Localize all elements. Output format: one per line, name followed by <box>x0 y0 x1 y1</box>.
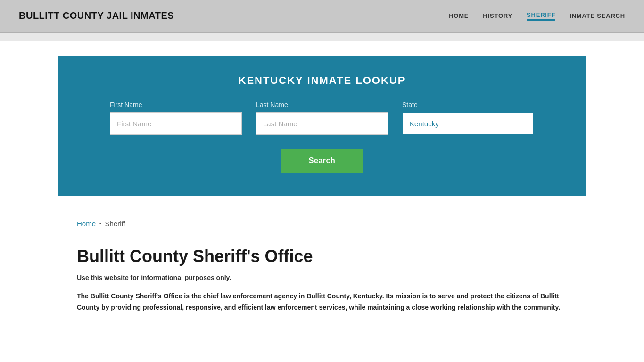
last-name-group: Last Name <box>256 101 388 135</box>
search-section-title: KENTUCKY INMATE LOOKUP <box>86 74 558 87</box>
nav-item-inmate-search[interactable]: INMATE SEARCH <box>570 12 625 19</box>
breadcrumb-separator: • <box>99 221 101 226</box>
nav-item-sheriff[interactable]: SHERIFF <box>527 11 555 21</box>
first-name-input[interactable] <box>110 112 242 135</box>
breadcrumb-home-link[interactable]: Home <box>77 220 96 228</box>
nav-item-home[interactable]: HOME <box>449 12 469 19</box>
last-name-input[interactable] <box>256 112 388 135</box>
nav-item-history[interactable]: HISTORY <box>483 12 512 19</box>
search-fields-row: First Name Last Name State <box>86 101 558 135</box>
first-name-group: First Name <box>110 101 242 135</box>
sub-header-bar <box>0 33 644 41</box>
search-button-row: Search <box>86 149 558 173</box>
site-header: BULLITT COUNTY JAIL INMATES HOME HISTORY… <box>0 0 644 33</box>
content-description: The Bullitt County Sheriff's Office is t… <box>77 291 567 313</box>
breadcrumb-current: Sheriff <box>105 220 125 228</box>
state-label: State <box>402 101 534 108</box>
main-content: Home • Sheriff Bullitt County Sheriff's … <box>58 210 586 332</box>
first-name-label: First Name <box>110 101 242 108</box>
search-section: KENTUCKY INMATE LOOKUP First Name Last N… <box>58 56 586 196</box>
last-name-label: Last Name <box>256 101 388 108</box>
content-subtitle: Use this website for informational purpo… <box>77 274 567 281</box>
state-input[interactable] <box>402 112 534 135</box>
search-button[interactable]: Search <box>281 149 363 173</box>
state-group: State <box>402 101 534 135</box>
main-nav: HOME HISTORY SHERIFF INMATE SEARCH <box>449 11 625 21</box>
site-title: BULLITT COUNTY JAIL INMATES <box>19 10 174 21</box>
breadcrumb: Home • Sheriff <box>77 220 567 228</box>
page-title: Bullitt County Sheriff's Office <box>77 247 567 266</box>
